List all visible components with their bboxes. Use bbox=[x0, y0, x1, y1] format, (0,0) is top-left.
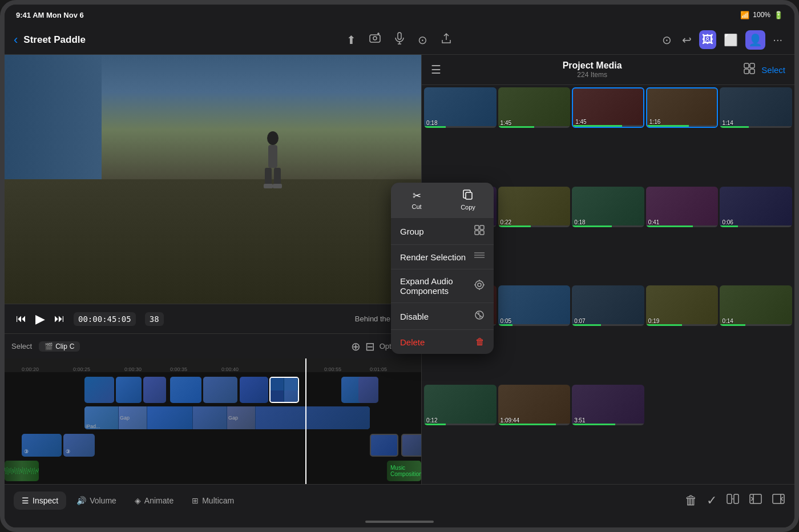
audio-clip-block[interactable]: iPad... Gap Gap bbox=[84, 406, 370, 429]
more-icon[interactable]: ··· bbox=[770, 30, 785, 49]
broll-clip[interactable] bbox=[401, 434, 421, 457]
play-button[interactable]: ▶ bbox=[35, 312, 45, 327]
clip-block[interactable] bbox=[240, 377, 268, 403]
disable-icon bbox=[474, 310, 485, 323]
clip-type-pill: 🎬 Clip C bbox=[39, 341, 80, 352]
trim-end-button[interactable] bbox=[772, 492, 785, 509]
svg-rect-40 bbox=[773, 494, 784, 503]
multicam-tab[interactable]: ⊞ Multicam bbox=[184, 491, 242, 510]
cut-icon: ✂ bbox=[413, 190, 421, 202]
group-item[interactable]: Group bbox=[391, 217, 494, 244]
media-thumbnail[interactable]: 0:41 bbox=[646, 187, 719, 227]
media-thumbnail[interactable]: 0:06 bbox=[720, 187, 792, 227]
mic-icon[interactable] bbox=[394, 32, 405, 47]
media-thumbnail[interactable]: 0:19 bbox=[646, 285, 719, 326]
clip-block[interactable] bbox=[170, 377, 201, 403]
animate-tab[interactable]: ◈ Animate bbox=[127, 491, 181, 510]
media-layout-icon[interactable] bbox=[743, 62, 756, 77]
timeline-crosshair-icon[interactable]: ⊕ bbox=[351, 340, 361, 353]
checkmark-button[interactable]: ✓ bbox=[707, 493, 717, 508]
timecode-display: 00:00:45:05 bbox=[74, 312, 136, 326]
broll-track: ③ ③ bbox=[5, 434, 421, 459]
share-icon[interactable]: ⬆ bbox=[346, 33, 356, 47]
media-thumbnail[interactable]: 1:16 bbox=[646, 87, 719, 128]
media-thumb-duration: 1:16 bbox=[649, 119, 660, 125]
media-thumbnail[interactable]: 0:07 bbox=[572, 285, 644, 326]
skip-back-button[interactable]: ⏮ bbox=[16, 313, 26, 325]
clip-block[interactable] bbox=[84, 377, 114, 403]
voiceover-icon[interactable]: ⊙ bbox=[418, 33, 427, 47]
timeline-header: Select 🎬 Clip C ⊕ ⊟ Options ▼ bbox=[5, 333, 421, 358]
media-thumbnail[interactable]: 0:14 bbox=[720, 285, 792, 326]
broll-clip[interactable]: ③ bbox=[63, 434, 95, 457]
timer-icon[interactable]: ⊙ bbox=[659, 30, 675, 50]
svg-rect-36 bbox=[734, 494, 739, 503]
media-select-button[interactable]: Select bbox=[761, 65, 785, 75]
render-selection-item[interactable]: Render Selection bbox=[391, 244, 494, 269]
expand-audio-item[interactable]: Expand Audio Components bbox=[391, 269, 494, 303]
clip-block[interactable] bbox=[116, 377, 142, 403]
person-icon[interactable]: 👤 bbox=[745, 30, 765, 50]
delete-item[interactable]: Delete 🗑 bbox=[391, 329, 494, 354]
timeline-layout-icon[interactable]: ⊟ bbox=[365, 340, 375, 353]
media-thumb-duration: 0:18 bbox=[426, 120, 437, 126]
ruler-tick: 0:01:05 bbox=[370, 366, 387, 372]
svg-rect-19 bbox=[480, 225, 484, 229]
ruler-tick: 0:00:25 bbox=[73, 366, 90, 372]
media-thumbnail[interactable]: 1:14 bbox=[720, 87, 792, 128]
svg-rect-17 bbox=[466, 192, 472, 199]
copy-action[interactable]: Copy bbox=[442, 187, 494, 213]
media-list-icon[interactable]: ☰ bbox=[431, 63, 441, 76]
toolbar-right: ⊙ ↩ 🖼 ⬜ 👤 ··· bbox=[528, 30, 785, 50]
media-thumbnail[interactable]: 1:45 bbox=[572, 87, 644, 128]
clip-block-selected[interactable] bbox=[269, 377, 299, 403]
top-toolbar: ‹ Street Paddle ⬆ ⊙ bbox=[5, 25, 794, 55]
media-thumbnail[interactable]: 0:05 bbox=[498, 285, 571, 326]
media-thumb-duration: 0:14 bbox=[722, 318, 733, 324]
inspect-tab[interactable]: ☰ Inspect bbox=[14, 491, 66, 510]
music-track[interactable] bbox=[5, 461, 39, 481]
undo-icon[interactable]: ↩ bbox=[679, 30, 695, 50]
cut-action[interactable]: ✂ Cut bbox=[391, 187, 442, 213]
playhead bbox=[305, 358, 306, 484]
clip-block[interactable] bbox=[143, 377, 166, 403]
svg-point-7 bbox=[267, 131, 279, 145]
clip-block[interactable] bbox=[358, 377, 378, 403]
export-icon[interactable] bbox=[440, 32, 453, 47]
media-thumbnail[interactable]: 0:12 bbox=[424, 385, 497, 425]
media-thumbnail[interactable]: 1:09:44 bbox=[498, 385, 571, 425]
camera-add-icon[interactable] bbox=[369, 32, 381, 47]
media-thumbnail[interactable]: 1:45 bbox=[498, 87, 571, 128]
svg-rect-13 bbox=[744, 63, 749, 68]
delete-clip-button[interactable]: 🗑 bbox=[685, 493, 697, 508]
expand-audio-icon bbox=[474, 280, 485, 292]
ruler-tick: 0:00:35 bbox=[170, 366, 187, 372]
disable-item[interactable]: Disable bbox=[391, 303, 494, 329]
media-thumbnail[interactable]: 3:51 bbox=[572, 385, 644, 425]
trim-start-button[interactable] bbox=[749, 492, 762, 509]
photo-icon[interactable]: 🖼 bbox=[699, 30, 716, 49]
svg-rect-18 bbox=[475, 225, 479, 229]
svg-rect-8 bbox=[268, 145, 277, 168]
svg-rect-10 bbox=[274, 168, 281, 185]
clip-block[interactable] bbox=[203, 377, 237, 403]
toolbar-center: ⬆ ⊙ bbox=[271, 32, 528, 47]
back-button[interactable]: ‹ bbox=[14, 33, 18, 47]
volume-tab[interactable]: 🔊 Volume bbox=[68, 491, 124, 510]
subject-silhouette bbox=[256, 130, 290, 198]
clipboard-icon[interactable]: ⬜ bbox=[721, 30, 741, 50]
skip-forward-button[interactable]: ⏭ bbox=[54, 313, 64, 325]
video-preview bbox=[5, 55, 421, 304]
split-button[interactable] bbox=[726, 492, 740, 509]
media-thumbnail[interactable]: 0:18 bbox=[572, 187, 644, 227]
broll-clip[interactable] bbox=[370, 434, 398, 457]
media-thumbnail[interactable]: 0:18 bbox=[424, 87, 497, 128]
media-thumb-duration: 0:22 bbox=[501, 219, 511, 225]
media-thumb-duration: 0:12 bbox=[426, 417, 437, 424]
media-thumbnail[interactable]: 0:22 bbox=[498, 187, 571, 227]
timeline-ruler: 0:00:20 0:00:25 0:00:30 0:00:35 0:00:40 … bbox=[5, 358, 421, 372]
broll-clip[interactable]: ③ bbox=[22, 434, 62, 457]
ruler-tick: 0:00:40 bbox=[221, 366, 239, 372]
toolbar-left: ‹ Street Paddle bbox=[14, 33, 271, 47]
media-panel-title: Project Media bbox=[441, 61, 743, 71]
